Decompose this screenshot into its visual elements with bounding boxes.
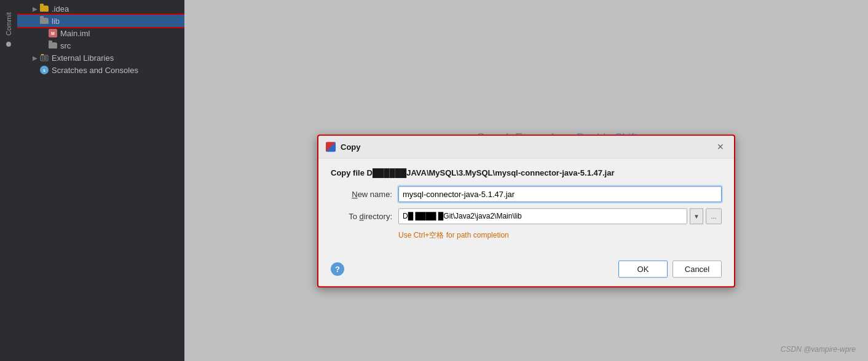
copy-dialog: Copy ✕ Copy file D██████JAVA\MySQL\3.MyS… [317,134,735,287]
svg-rect-1 [42,56,43,57]
dialog-wrapper: Copy ✕ Copy file D██████JAVA\MySQL\3.MyS… [317,134,735,287]
sidebar-left-strip: Commit [0,0,17,361]
svg-rect-5 [44,58,47,58]
to-directory-controls: ▼ ... [398,208,722,224]
to-directory-label: To directory: [331,212,398,221]
dialog-footer: ? OK Cancel [318,254,734,286]
new-name-input[interactable] [398,186,722,202]
tree-item-label: src [60,41,71,50]
folder-grey-icon [39,16,49,26]
ext-lib-icon [39,53,49,63]
ok-button[interactable]: OK [618,260,668,278]
cancel-button[interactable]: Cancel [673,260,722,278]
hint-text: Use Ctrl+空格 for path completion [398,230,722,241]
arrow-spacer [39,29,48,37]
file-tree-panel: ▶ .idea lib M Main.iml src ▶ [17,0,184,361]
svg-rect-4 [44,56,47,57]
tree-item-label: Main.iml [60,29,90,38]
dialog-close-button[interactable]: ✕ [714,141,727,153]
arrow-icon [31,17,39,25]
watermark: CSDN @vampire-wpre [781,345,856,354]
browse-button[interactable]: ... [706,208,722,224]
arrow-icon: ▶ [31,53,39,62]
action-buttons: OK Cancel [618,260,722,278]
svg-rect-2 [42,58,43,58]
svg-rect-6 [44,59,47,60]
dialog-title-icon [326,142,336,152]
tree-item-label: Scratches and Consoles [52,66,138,75]
arrow-spacer [31,66,39,74]
folder-grey-src-icon [48,41,58,50]
svg-rect-3 [42,59,43,60]
tree-item-scratches[interactable]: s Scratches and Consoles [17,64,184,76]
tree-item-label: lib [52,17,60,26]
to-directory-row: To directory: ▼ ... [331,208,722,224]
dialog-titlebar: Copy ✕ [318,136,734,158]
new-name-row: New name: [331,186,722,202]
help-button[interactable]: ? [331,262,344,276]
svg-text:s: s [43,68,45,72]
svg-rect-7 [41,54,44,55]
arrow-icon: ▶ [31,4,39,13]
iml-icon: M [48,28,58,38]
folder-icon [39,4,49,14]
tree-item-idea[interactable]: ▶ .idea [17,2,184,15]
tree-item-label: External Libraries [52,53,114,63]
main-area: Search Everywhere Double Shift Copy ✕ Co… [184,0,868,361]
scratches-icon: s [39,65,49,75]
combo-arrow-button[interactable]: ▼ [690,208,703,224]
tree-item-label: .idea [52,4,69,14]
tree-item-main-iml[interactable]: M Main.iml [17,27,184,39]
tree-item-external-libraries[interactable]: ▶ External Libraries [17,52,184,64]
commit-label[interactable]: Commit [5,12,12,36]
new-name-label: New name: [331,190,398,199]
tree-item-src[interactable]: src [17,39,184,52]
sidebar-dot[interactable] [6,42,11,47]
tree-item-lib[interactable]: lib [17,15,184,27]
dialog-title-text: Copy [341,142,714,152]
arrow-spacer [39,41,48,50]
to-directory-input[interactable] [398,208,687,224]
copy-file-label: Copy file D██████JAVA\MySQL\3.MySQL\mysq… [331,168,722,177]
dialog-body: Copy file D██████JAVA\MySQL\3.MySQL\mysq… [318,158,734,254]
